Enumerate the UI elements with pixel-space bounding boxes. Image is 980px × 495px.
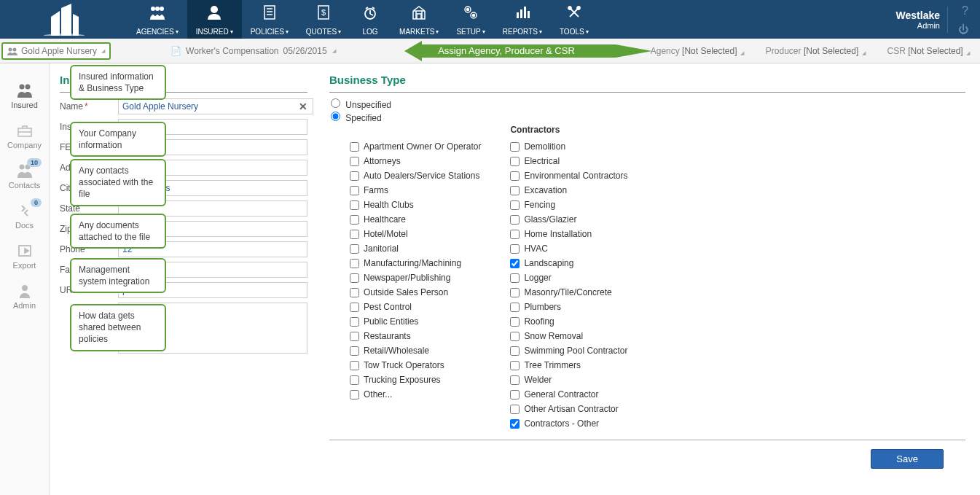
check-outside-sales-person[interactable]: Outside Sales Person [350, 285, 481, 300]
nav-quotes[interactable]: $QUOTES▾ [297, 0, 350, 39]
divider [329, 92, 965, 93]
check-environmental-contractors[interactable]: Environmental Contractors [510, 168, 627, 183]
nav-setup[interactable]: SETUP▾ [447, 0, 493, 39]
sidebar-icon [1, 243, 47, 259]
nav-icon [567, 4, 581, 20]
callout-0: Insured information & Business Type [70, 65, 166, 100]
check-tree-trimmers[interactable]: Tree Trimmers [510, 358, 627, 373]
check-glass-glazier[interactable]: Glass/Glazier [510, 212, 627, 227]
nav-icon [263, 4, 276, 20]
producer-selector[interactable]: Producer [Not Selected] ◢ [766, 46, 866, 56]
agency-selector[interactable]: Agency [Not Selected] ◢ [651, 46, 744, 56]
sidebar-item-insured[interactable]: Insured [0, 77, 49, 117]
svg-point-20 [473, 15, 475, 17]
sidebar-item-docs[interactable]: 0Docs [0, 197, 49, 237]
check-other-[interactable]: Other... [350, 387, 481, 402]
nav-icon [149, 4, 166, 20]
save-button[interactable]: Save [871, 449, 944, 469]
nav-icon [411, 4, 427, 20]
nav-reports[interactable]: REPORTS▾ [494, 0, 551, 39]
svg-rect-21 [517, 12, 519, 18]
help-icon[interactable]: ? [955, 3, 971, 19]
check-attorneys[interactable]: Attorneys [350, 154, 481, 168]
check-restaurants[interactable]: Restaurants [350, 329, 481, 343]
check-landscaping[interactable]: Landscaping [510, 256, 627, 270]
insured-selector[interactable]: Gold Apple Nursery ◢ [1, 42, 111, 60]
check-farms[interactable]: Farms [350, 183, 481, 198]
check-general-contractor[interactable]: General Contractor [510, 387, 627, 402]
power-icon[interactable]: ⏻ [955, 22, 971, 36]
sidebar-icon [1, 283, 47, 299]
check-welder[interactable]: Welder [510, 373, 627, 387]
logo[interactable] [0, 0, 128, 39]
check-roofing[interactable]: Roofing [510, 314, 627, 329]
user-role: Admin [896, 21, 940, 30]
check-health-clubs[interactable]: Health Clubs [350, 198, 481, 212]
svg-point-30 [19, 85, 24, 90]
check-hvac[interactable]: HVAC [510, 241, 627, 256]
svg-point-5 [155, 7, 160, 11]
csr-selector[interactable]: CSR [Not Selected] ◢ [887, 46, 970, 56]
check-snow-removal[interactable]: Snow Removal [510, 329, 627, 343]
check-demolition[interactable]: Demolition [510, 139, 627, 154]
nav-log[interactable]: LOG [350, 0, 391, 39]
dropdown-triangle-icon: ◢ [101, 48, 105, 54]
check-electrical[interactable]: Electrical [510, 154, 627, 168]
check-newspaper-publishing[interactable]: Newspaper/Publishing [350, 270, 481, 285]
check-apartment-owner-or-operator[interactable]: Apartment Owner Or Operator [350, 139, 481, 154]
sidebar-item-export[interactable]: Export [0, 237, 49, 277]
svg-point-25 [568, 7, 571, 9]
nav-agencies[interactable]: AGENCIES▾ [128, 0, 187, 39]
callout-1: Your Company information [70, 122, 166, 157]
input-name[interactable] [118, 98, 313, 114]
nav-tools[interactable]: TOOLS▾ [551, 0, 597, 39]
check-pest-control[interactable]: Pest Control [350, 300, 481, 314]
check-contractors-other[interactable]: Contractors - Other [510, 416, 627, 431]
check-healthcare[interactable]: Healthcare [350, 212, 481, 227]
banner-text: Assign Agency, Producer & CSR [438, 45, 575, 56]
check-retail-wholesale[interactable]: Retail/Wholesale [350, 343, 481, 358]
check-plumbers[interactable]: Plumbers [510, 300, 627, 314]
check-auto-dealers-service-stations[interactable]: Auto Dealers/Service Stations [350, 168, 481, 183]
left-sidebar: InsuredCompany10Contacts0DocsExportAdmin [0, 63, 50, 495]
policy-chip[interactable]: 📄 Worker's Compensation 05/26/2015 ◢ [170, 46, 336, 56]
nav-insured[interactable]: INSURED▾ [187, 0, 242, 39]
chevron-down-icon: ▾ [338, 28, 341, 35]
nav-markets[interactable]: MARKETS▾ [391, 0, 447, 39]
callout-4: Management system integration [70, 258, 166, 293]
check-swimming-pool-contractor[interactable]: Swimming Pool Contractor [510, 343, 627, 358]
divider [329, 440, 965, 440]
svg-point-31 [25, 85, 30, 90]
building-logo-icon [42, 4, 86, 36]
sidebar-item-company[interactable]: Company [0, 117, 49, 157]
sidebar-item-contacts[interactable]: 10Contacts [0, 157, 49, 197]
sidebar-item-admin[interactable]: Admin [0, 277, 49, 317]
nav-icon [515, 4, 530, 20]
top-nav: AGENCIES▾INSURED▾POLICIES▾$QUOTES▾LOGMAR… [0, 0, 980, 39]
check-fencing[interactable]: Fencing [510, 198, 627, 212]
chevron-down-icon: ▾ [436, 28, 439, 35]
svg-point-7 [211, 6, 218, 13]
check-logger[interactable]: Logger [510, 270, 627, 285]
check-masonry-tile-concrete[interactable]: Masonry/Tile/Concrete [510, 285, 627, 300]
check-trucking-exposures[interactable]: Trucking Exposures [350, 373, 481, 387]
check-janitorial[interactable]: Janitorial [350, 241, 481, 256]
check-manufacturing-machining[interactable]: Manufacturing/Machining [350, 256, 481, 270]
check-home-installation[interactable]: Home Installation [510, 227, 627, 241]
check-excavation[interactable]: Excavation [510, 183, 627, 198]
nav-icon [363, 4, 377, 20]
svg-point-26 [577, 7, 580, 9]
callout-5: How data gets shared between policies [70, 304, 166, 351]
user-name[interactable]: Westlake [896, 9, 940, 21]
svg-marker-0 [51, 11, 60, 36]
radio-unspecified[interactable]: Unspecified [331, 100, 391, 110]
check-public-entities[interactable]: Public Entities [350, 314, 481, 329]
clear-icon[interactable]: ✕ [299, 101, 307, 112]
radio-specified[interactable]: Specified [331, 113, 382, 123]
svg-point-6 [160, 7, 164, 11]
svg-rect-22 [520, 9, 522, 18]
nav-policies[interactable]: POLICIES▾ [242, 0, 297, 39]
check-hotel-motel[interactable]: Hotel/Motel [350, 227, 481, 241]
check-other-artisan-contractor[interactable]: Other Artisan Contractor [510, 402, 627, 416]
check-tow-truck-operators[interactable]: Tow Truck Operators [350, 358, 481, 373]
